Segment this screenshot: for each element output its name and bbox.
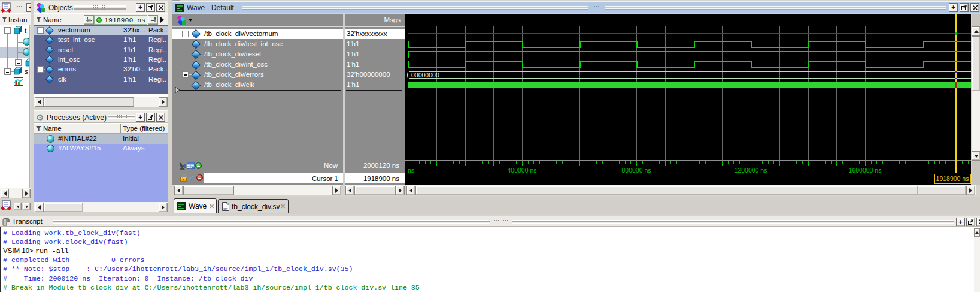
object-name[interactable]: errors bbox=[58, 65, 76, 73]
transcript-title-drag-dots[interactable] bbox=[492, 219, 510, 225]
tree-collapse-icon[interactable] bbox=[4, 27, 11, 34]
objects-row[interactable]: reset 1'h1 Regi.. bbox=[34, 45, 168, 55]
scroll-thumb[interactable] bbox=[44, 97, 134, 107]
wave-close-button[interactable] bbox=[970, 3, 979, 12]
wave-signal-row[interactable]: /tb_clock_div/vectornum bbox=[172, 29, 343, 39]
tab-tb-clock-div-sv[interactable]: tb_clock_div.sv ✕ bbox=[218, 199, 289, 213]
scroll-down-button[interactable] bbox=[972, 151, 980, 161]
sim-tab-icon[interactable] bbox=[1, 200, 11, 212]
msgs-hscrollbar[interactable] bbox=[345, 185, 405, 195]
transcript-undock-button[interactable] bbox=[966, 218, 975, 227]
objects-hscrollbar[interactable] bbox=[34, 97, 168, 107]
processes-close-button[interactable] bbox=[156, 113, 165, 122]
transcript-titlebar[interactable]: Transcript + bbox=[0, 216, 980, 227]
object-name[interactable]: test_int_osc bbox=[58, 36, 95, 43]
time-backward-button[interactable] bbox=[84, 15, 94, 25]
scroll-thumb[interactable] bbox=[972, 36, 980, 91]
processes-hscrollbar[interactable] bbox=[34, 202, 168, 212]
wave-signal-name[interactable]: /tb_clock_div/int_osc bbox=[204, 61, 268, 68]
tab-wave[interactable]: Wave ✕ bbox=[174, 198, 217, 213]
scroll-thumb[interactable] bbox=[44, 203, 83, 212]
scroll-right-button[interactable] bbox=[966, 186, 975, 195]
wave-signal-name[interactable]: /tb_clock_div/vectornum bbox=[204, 30, 278, 37]
scroll-thumb[interactable] bbox=[354, 186, 396, 195]
tab-close-icon[interactable]: ✕ bbox=[280, 203, 286, 210]
scroll-left-button[interactable] bbox=[1, 189, 9, 198]
objects-row[interactable]: int_osc 1'h1 Regi.. bbox=[34, 55, 168, 64]
wave-signal-row[interactable]: /tb_clock_div/errors bbox=[172, 70, 343, 80]
wave-titlebar[interactable]: Wave - Default + bbox=[172, 1, 980, 13]
wave-signal-row[interactable]: /tb_clock_div/test_int_osc bbox=[172, 39, 343, 49]
wave-signal-name[interactable]: /tb_clock_div/test_int_osc bbox=[204, 40, 283, 47]
cursor-time-flag[interactable]: 1918900 ns bbox=[934, 174, 971, 185]
objects-time-cell[interactable]: 1918900 ns bbox=[94, 15, 147, 25]
tree-expand-icon[interactable] bbox=[4, 68, 11, 75]
wave-undock-button[interactable] bbox=[960, 3, 969, 12]
wave-signal-row[interactable]: /tb_clock_div/int_osc bbox=[172, 59, 343, 70]
expand-icon[interactable] bbox=[37, 66, 44, 73]
wave-title-drag-handle[interactable] bbox=[605, 6, 946, 10]
scroll-up-button[interactable] bbox=[972, 26, 980, 36]
tree-root-label[interactable]: t bbox=[25, 27, 26, 34]
wave-vscrollbar[interactable] bbox=[972, 14, 980, 185]
expand-icon[interactable] bbox=[37, 27, 44, 34]
wave-title-drag-handle[interactable] bbox=[242, 6, 588, 10]
wave-signal-row[interactable]: /tb_clock_div/clk bbox=[172, 80, 343, 90]
expand-icon[interactable] bbox=[182, 31, 189, 37]
object-name[interactable]: vectornum bbox=[58, 26, 90, 34]
object-name[interactable]: int_osc bbox=[58, 56, 80, 63]
scroll-left-button[interactable] bbox=[345, 186, 354, 195]
expand-icon[interactable] bbox=[182, 71, 189, 78]
process-name[interactable]: #INITIAL#22 bbox=[58, 135, 97, 142]
wave-add-button[interactable]: + bbox=[949, 3, 958, 12]
processes-column-header[interactable]: Name Type (filtered) bbox=[34, 123, 168, 133]
tree-expand-icon[interactable] bbox=[15, 59, 22, 66]
processes-undock-button[interactable] bbox=[146, 113, 155, 122]
processes-add-button[interactable]: + bbox=[136, 113, 145, 122]
scroll-left-button[interactable] bbox=[174, 186, 183, 195]
names-hscrollbar[interactable] bbox=[174, 185, 341, 195]
objects-add-button[interactable]: + bbox=[136, 3, 145, 12]
wave-signal-name[interactable]: /tb_clock_div/errors bbox=[204, 71, 264, 78]
sim-panel-titlebar[interactable]: + bbox=[0, 1, 31, 13]
wave-group-icon[interactable] bbox=[177, 16, 193, 25]
objects-undock-button[interactable] bbox=[146, 3, 155, 12]
tab-close-icon[interactable]: ✕ bbox=[209, 203, 214, 210]
processes-title-drag-dots[interactable] bbox=[117, 115, 128, 120]
tab-scroll-left-button[interactable] bbox=[14, 203, 22, 210]
scroll-right-button[interactable] bbox=[159, 203, 168, 212]
wave-canvas[interactable]: 00000000400000 ns800000 ns1200000 ns1600… bbox=[405, 14, 971, 185]
remove-cursor-icon[interactable] bbox=[196, 174, 203, 181]
wave-signal-name[interactable]: /tb_clock_div/reset bbox=[204, 50, 261, 58]
sim-titlebar-button-partial[interactable]: + bbox=[26, 3, 31, 12]
time-forward-button[interactable] bbox=[148, 15, 158, 25]
wave-signal-row[interactable]: /tb_clock_div/reset bbox=[172, 49, 343, 59]
transcript-close-button[interactable] bbox=[976, 218, 980, 227]
canvas-hscrollbar[interactable] bbox=[406, 185, 976, 195]
transcript-content[interactable]: # Loading work.tb_clock_div(fast) # Load… bbox=[0, 227, 980, 292]
sim-column-header[interactable]: Instan bbox=[0, 13, 31, 25]
transcript-title-drag-handle[interactable] bbox=[53, 220, 490, 224]
object-name[interactable]: reset bbox=[58, 46, 74, 53]
objects-row[interactable]: test_int_osc 1'h1 Regi.. bbox=[34, 35, 168, 45]
sim-title-drag-handle[interactable] bbox=[13, 5, 24, 11]
scroll-left-button[interactable] bbox=[406, 186, 415, 195]
scroll-up-button[interactable] bbox=[974, 228, 980, 237]
header-more-arrow[interactable] bbox=[160, 17, 164, 23]
objects-column-header[interactable]: Name 1918900 ns bbox=[34, 13, 168, 25]
scroll-right-button[interactable] bbox=[332, 186, 341, 195]
transcript-add-button[interactable]: + bbox=[956, 218, 965, 227]
process-name[interactable]: #ALWAYS#15 bbox=[58, 145, 101, 152]
wave-signal-name[interactable]: /tb_clock_div/clk bbox=[204, 81, 254, 88]
transcript-title-drag-handle[interactable] bbox=[512, 220, 954, 224]
transcript-vscrollbar[interactable] bbox=[974, 228, 980, 292]
process-row[interactable]: #ALWAYS#15 Always bbox=[34, 144, 168, 154]
objects-row[interactable]: errors 32'h0... Pack.. bbox=[34, 65, 168, 74]
scroll-right-button[interactable] bbox=[159, 97, 168, 107]
wrench-icon[interactable] bbox=[189, 174, 196, 181]
scroll-right-button[interactable] bbox=[22, 189, 31, 198]
objects-row[interactable]: clk 1'h1 Regi.. bbox=[34, 74, 168, 84]
lock-icon[interactable] bbox=[180, 177, 187, 182]
scroll-right-button[interactable] bbox=[396, 186, 405, 195]
process-row[interactable]: #INITIAL#22 Initial bbox=[34, 134, 168, 144]
